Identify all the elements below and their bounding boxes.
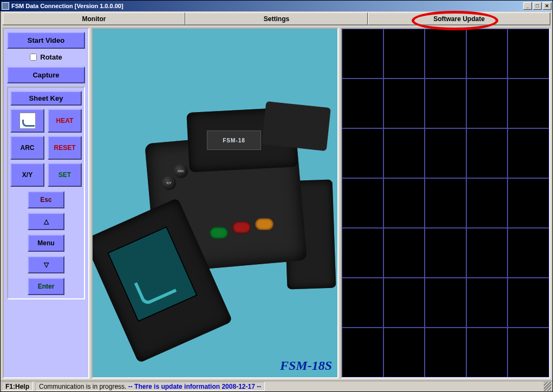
window-title: FSM Data Connection [Version 1.0.0.00] <box>11 3 123 9</box>
grid-cell[interactable] <box>383 278 425 328</box>
sheet-key-column: Esc △ Menu ▽ Enter <box>10 191 82 295</box>
thumbnail-grid <box>341 28 550 378</box>
grid-cell[interactable] <box>425 79 466 128</box>
set-button[interactable]: SET <box>48 163 82 187</box>
titlebar: FSM Data Connection [Version 1.0.0.00] _… <box>1 1 552 11</box>
grid-cell[interactable] <box>508 79 549 128</box>
grid-cell[interactable] <box>508 228 549 278</box>
grid-cell[interactable] <box>466 178 508 228</box>
status-comm: Communication is in progress. -- There i… <box>35 382 265 391</box>
capture-button[interactable]: Capture <box>7 67 85 83</box>
tab-monitor[interactable]: Monitor <box>3 12 185 25</box>
up-button[interactable]: △ <box>28 213 64 230</box>
sheet-key-grid: HEAT ARC RESET X/Y SET <box>10 109 82 187</box>
grid-cell[interactable] <box>466 328 508 377</box>
xy-button[interactable]: X/Y <box>10 163 44 187</box>
grid-cell[interactable] <box>342 328 383 377</box>
image-panel: FSM-18 X/YARC FSM-18S <box>92 28 339 378</box>
sheet-key-header: Sheet Key <box>10 91 82 106</box>
maximize-button[interactable]: □ <box>533 2 542 10</box>
heat-button[interactable]: HEAT <box>48 109 82 133</box>
grid-cell[interactable] <box>342 278 383 328</box>
app-icon <box>2 2 9 10</box>
menu-button[interactable]: Menu <box>28 234 64 252</box>
grid-cell[interactable] <box>342 128 383 178</box>
grid-cell[interactable] <box>508 128 549 178</box>
sheet-key-panel: Sheet Key HEAT ARC RESET X/Y SET Esc △ M… <box>7 87 85 299</box>
grid-cell[interactable] <box>342 79 383 128</box>
grid-cell[interactable] <box>383 29 425 79</box>
tab-software-update[interactable]: Software Update <box>368 12 550 25</box>
reset-button[interactable]: RESET <box>48 136 82 160</box>
grid-cell[interactable] <box>508 178 549 228</box>
grid-cell[interactable] <box>383 228 425 278</box>
grid-cell[interactable] <box>425 278 466 328</box>
grid-cell[interactable] <box>425 178 466 228</box>
logo-button[interactable] <box>10 109 44 133</box>
device-badge: FSM-18 <box>223 138 245 143</box>
status-help: F1:Help <box>2 382 33 391</box>
app-window: FSM Data Connection [Version 1.0.0.00] _… <box>0 0 553 392</box>
center-area: FSM-18 X/YARC FSM-18S <box>92 28 550 378</box>
content-area: Start Video Rotate Capture Sheet Key HEA… <box>1 25 552 381</box>
grid-cell[interactable] <box>383 178 425 228</box>
grid-cell[interactable] <box>466 278 508 328</box>
grid-cell[interactable] <box>425 228 466 278</box>
minimize-button[interactable]: _ <box>523 2 532 10</box>
grid-cell[interactable] <box>383 128 425 178</box>
status-bar: F1:Help Communication is in progress. --… <box>1 381 552 391</box>
logo-icon <box>19 113 36 129</box>
grid-cell[interactable] <box>425 128 466 178</box>
start-video-button[interactable]: Start Video <box>7 32 85 49</box>
sidebar: Start Video Rotate Capture Sheet Key HEA… <box>3 28 89 378</box>
rotate-checkbox[interactable] <box>30 54 37 61</box>
grid-cell[interactable] <box>342 228 383 278</box>
esc-button[interactable]: Esc <box>28 191 64 208</box>
down-button[interactable]: ▽ <box>28 256 64 273</box>
grid-cell[interactable] <box>342 178 383 228</box>
model-label: FSM-18S <box>280 358 332 373</box>
grid-cell[interactable] <box>466 29 508 79</box>
grid-cell[interactable] <box>383 79 425 128</box>
arc-button[interactable]: ARC <box>10 136 44 160</box>
grid-cell[interactable] <box>466 128 508 178</box>
close-button[interactable]: ✕ <box>543 2 551 10</box>
rotate-row: Rotate <box>7 51 85 64</box>
grid-cell[interactable] <box>342 29 383 79</box>
grid-cell[interactable] <box>383 328 425 377</box>
status-update: -- There is update information 2008-12-1… <box>128 383 261 390</box>
resize-grip-icon[interactable] <box>544 382 551 391</box>
grid-cell[interactable] <box>466 79 508 128</box>
grid-cell[interactable] <box>508 29 549 79</box>
grid-cell[interactable] <box>425 29 466 79</box>
tab-bar: Monitor Settings Software Update <box>3 12 550 25</box>
grid-cell[interactable] <box>508 328 549 377</box>
device-illustration: FSM-18 X/YARC <box>101 72 329 321</box>
grid-cell[interactable] <box>425 328 466 377</box>
enter-button[interactable]: Enter <box>28 278 64 295</box>
tab-settings[interactable]: Settings <box>185 12 368 25</box>
grid-cell[interactable] <box>466 228 508 278</box>
grid-cell[interactable] <box>508 278 549 328</box>
rotate-label: Rotate <box>40 53 62 61</box>
